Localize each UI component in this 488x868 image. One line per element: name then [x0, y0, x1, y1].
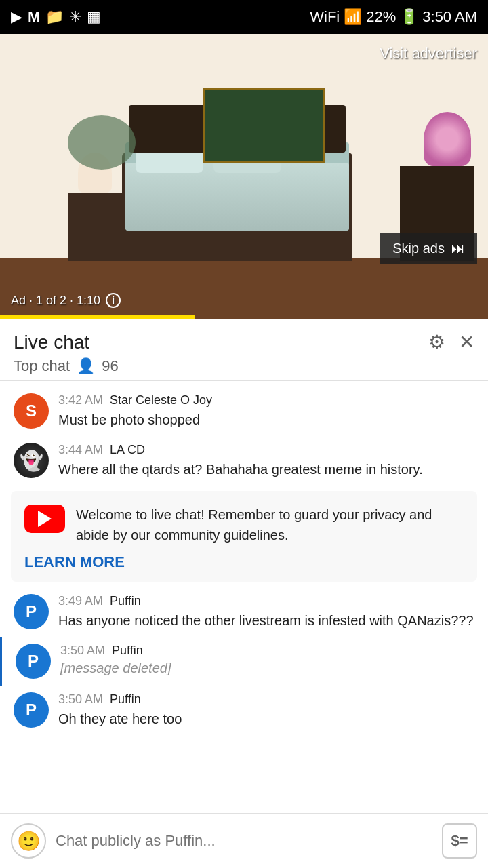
message-meta: 3:49 AM Puffin	[58, 594, 474, 608]
ad-info-icon: i	[106, 293, 121, 308]
skip-ads-button[interactable]: Skip ads ⏭	[380, 233, 477, 264]
live-chat-title-text: Live chat	[14, 332, 89, 353]
skip-ads-label: Skip ads	[392, 241, 445, 256]
message-time: 3:49 AM	[58, 594, 103, 608]
m-status-icon: M	[28, 8, 40, 26]
status-left-icons: ▶ M 📁 ✳ ▦	[11, 8, 101, 26]
chat-input-bar: 🙂 $=	[0, 813, 488, 868]
message-text: Oh they ate here too	[58, 709, 474, 728]
ad-progress-bar	[0, 315, 195, 319]
battery-icon: 🔋	[400, 8, 418, 26]
message-content: 3:49 AM Puffin Has anyone noticed the ot…	[58, 594, 474, 630]
close-icon[interactable]: ✕	[459, 331, 474, 353]
avatar: S	[14, 393, 49, 429]
message-text: Must be photo shopped	[58, 410, 474, 429]
top-chat-label: Top chat	[14, 357, 70, 375]
avatar: P	[16, 644, 51, 679]
ad-info-text: Ad · 1 of 2 · 1:10	[11, 294, 100, 308]
message-text: Has anyone noticed the other livestream …	[58, 611, 474, 630]
room-floor	[0, 258, 488, 319]
message-meta: 3:50 AM Puffin	[60, 644, 474, 658]
avatar-letter: P	[26, 701, 37, 719]
wall-decor	[68, 115, 136, 170]
skip-play-icon: ⏭	[451, 241, 465, 256]
message-meta: 3:44 AM LA CD	[58, 443, 474, 457]
welcome-banner: Welcome to live chat! Remember to guard …	[11, 491, 477, 582]
welcome-banner-top: Welcome to live chat! Remember to guard …	[24, 505, 464, 545]
message-content: 3:50 AM Puffin Oh they ate here too	[58, 692, 474, 728]
message-time: 3:44 AM	[58, 443, 103, 457]
avatar: P	[14, 594, 49, 629]
chat-message: 👻 3:44 AM LA CD Where all the qtards at?…	[0, 436, 488, 486]
wifi-icon: WiFi	[310, 8, 340, 26]
message-author: Puffin	[110, 594, 141, 608]
chat-message: P 3:49 AM Puffin Has anyone noticed the …	[0, 587, 488, 637]
message-meta: 3:42 AM Star Celeste O Joy	[58, 393, 474, 408]
message-content: 3:42 AM Star Celeste O Joy Must be photo…	[58, 393, 474, 429]
status-right-info: WiFi 📶 22% 🔋 3:50 AM	[310, 8, 477, 26]
message-time: 3:50 AM	[60, 644, 105, 658]
message-author: Puffin	[112, 644, 143, 658]
flower-arrangement	[424, 112, 471, 166]
viewer-count: 96	[102, 357, 118, 375]
youtube-play-icon	[38, 511, 52, 527]
bed-comforter	[125, 163, 349, 231]
superchat-icon: $=	[451, 832, 468, 850]
live-chat-header: Live chat ⚙ ✕ Top chat 👤 96	[0, 319, 488, 381]
message-content: 3:50 AM Puffin [message deleted]	[60, 644, 474, 676]
avatar-icon: 👻	[20, 450, 43, 472]
avatar: P	[14, 692, 49, 728]
top-chat-row: Top chat 👤 96	[14, 357, 474, 375]
chat-messages-list: S 3:42 AM Star Celeste O Joy Must be pho…	[0, 381, 488, 808]
message-deleted-text: [message deleted]	[60, 660, 474, 676]
filter-icon[interactable]: ⚙	[428, 331, 445, 353]
fan-status-icon: ✳	[69, 8, 81, 26]
message-author: LA CD	[110, 443, 145, 457]
message-time: 3:42 AM	[58, 393, 103, 408]
chat-input-field[interactable]	[56, 832, 432, 850]
header-icon-group: ⚙ ✕	[428, 331, 474, 353]
youtube-logo	[24, 505, 65, 533]
avatar-letter: P	[28, 652, 39, 671]
welcome-text: Welcome to live chat! Remember to guard …	[76, 505, 464, 545]
folder-status-icon: 📁	[45, 8, 64, 26]
signal-icon: 📶	[344, 8, 362, 26]
ad-video-container: Visit advertiser Skip ads ⏭ Ad · 1 of 2 …	[0, 34, 488, 319]
time-display: 3:50 AM	[422, 8, 477, 26]
chat-message: P 3:50 AM Puffin Oh they ate here too	[0, 686, 488, 735]
message-author: Puffin	[110, 692, 141, 707]
emoji-icon: 🙂	[17, 830, 41, 852]
superchat-button[interactable]: $=	[442, 823, 477, 859]
ad-info-bar: Ad · 1 of 2 · 1:10 i	[11, 293, 121, 308]
avatar-letter: S	[26, 401, 37, 420]
chat-message-deleted: P 3:50 AM Puffin [message deleted]	[0, 637, 488, 686]
message-text: Where all the qtards at? Bahahaha greate…	[58, 460, 474, 479]
avatar: 👻	[14, 443, 49, 478]
nightstand	[68, 193, 122, 261]
emoji-button[interactable]: 🙂	[11, 823, 46, 859]
live-chat-title-row: Live chat ⚙ ✕	[14, 331, 474, 353]
grid-status-icon: ▦	[87, 8, 101, 26]
wall-painting	[203, 88, 325, 163]
viewers-icon: 👤	[77, 357, 95, 375]
youtube-status-icon: ▶	[11, 8, 22, 26]
avatar-letter: P	[26, 602, 37, 621]
visit-advertiser-label[interactable]: Visit advertiser	[380, 45, 477, 62]
message-author: Star Celeste O Joy	[110, 393, 212, 408]
message-content: 3:44 AM LA CD Where all the qtards at? B…	[58, 443, 474, 479]
chat-message: S 3:42 AM Star Celeste O Joy Must be pho…	[0, 387, 488, 436]
learn-more-button[interactable]: LEARN MORE	[24, 553, 464, 571]
message-time: 3:50 AM	[58, 692, 103, 707]
battery-text: 22%	[366, 8, 396, 26]
message-meta: 3:50 AM Puffin	[58, 692, 474, 707]
status-bar: ▶ M 📁 ✳ ▦ WiFi 📶 22% 🔋 3:50 AM	[0, 0, 488, 34]
